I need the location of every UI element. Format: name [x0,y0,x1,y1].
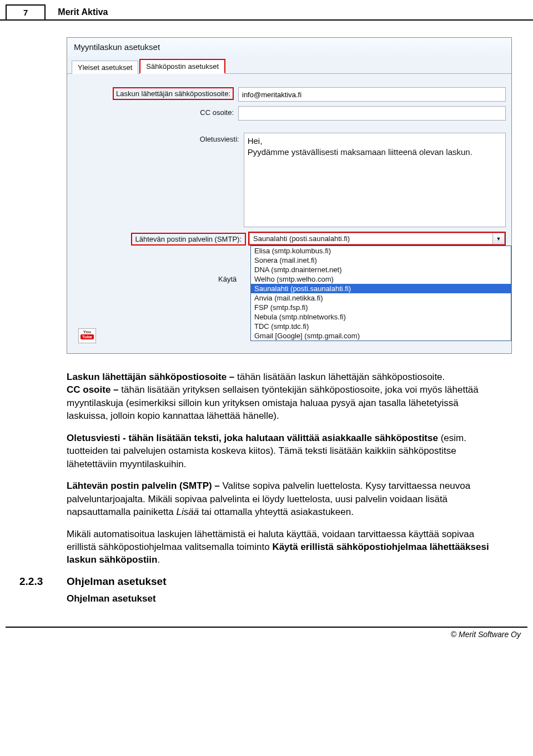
smtp-dropdown[interactable]: Elisa (smtp.kolumbus.fi) Sonera (mail.in… [250,246,511,341]
section-number: 2.2.3 [19,575,67,588]
tabstrip: Yleiset asetukset Sähköpostin asetukset [67,58,511,74]
body-text: Laskun lähettäjän sähköpostiosoite – täh… [67,371,502,567]
cc-label: CC osoite: [73,106,238,117]
use-label: Käytä [218,275,237,283]
window-title: Myyntilaskun asetukset [67,38,511,58]
youtube-icon[interactable]: You Tube [78,328,96,343]
section-title: Ohjelman asetukset [67,575,167,588]
youtube-icon-bottom: Tube [81,334,94,339]
tab-email[interactable]: Sähköpostin asetukset [139,59,225,74]
sender-label: Laskun lähettäjän sähköpostiosoite: [113,87,234,100]
default-msg-textarea[interactable]: Hei, Pyydämme ystävällisesti maksamaan l… [244,133,506,227]
page-header: 7 Merit Aktiva [0,4,533,21]
smtp-option[interactable]: DNA (smtp.dnainternet.net) [251,265,511,274]
smtp-option[interactable]: Sonera (mail.inet.fi) [251,256,511,265]
page-number: 7 [6,4,46,19]
smtp-option[interactable]: Gmail [Google] (smtp.gmail.com) [251,331,511,341]
para-sender: Laskun lähettäjän sähköpostiosoite – täh… [67,371,502,423]
default-msg-label: Oletusviesti: [73,133,244,143]
smtp-option[interactable]: Elisa (smtp.kolumbus.fi) [251,246,511,256]
youtube-icon-top: You [83,329,92,334]
form-area: Laskun lähettäjän sähköpostiosoite: CC o… [67,74,511,353]
para-smtp: Lähtevän postin palvelin (SMTP) – Valits… [67,479,502,518]
section-heading: 2.2.3 Ohjelman asetukset [19,575,533,588]
sender-input[interactable] [238,87,506,102]
smtp-option[interactable]: Anvia (mail.netikka.fi) [251,293,511,303]
page-footer: © Merit Software Oy [6,627,527,649]
smtp-option-selected[interactable]: Saunalahti (posti.saunalahti.fi) [251,284,511,293]
tab-general[interactable]: Yleiset asetukset [72,61,138,74]
cc-input[interactable] [238,106,506,121]
smtp-select[interactable]: Saunalahti (posti.saunalahti.fi) ▼ [248,232,506,246]
page-header-title: Merit Aktiva [46,5,108,19]
settings-screenshot: Myyntilaskun asetukset Yleiset asetukset… [67,37,512,354]
smtp-option[interactable]: FSP (smtp.fsp.fi) [251,303,511,312]
smtp-option[interactable]: TDC (smtp.tdc.fi) [251,322,511,331]
sender-label-wrap: Laskun lähettäjän sähköpostiosoite: [73,87,238,98]
smtp-selected-value: Saunalahti (posti.saunalahti.fi) [249,233,493,244]
para-oletusviesti: Oletusviesti - tähän lisätään teksti, jo… [67,432,502,470]
smtp-option[interactable]: Nebula (smtp.nblnetworks.fi) [251,312,511,322]
para-alternate: Mikäli automatisoitua laskujen lähettämi… [67,528,502,567]
chevron-down-icon[interactable]: ▼ [493,233,505,244]
smtp-option[interactable]: Welho (smtp.welho.com) [251,274,511,284]
smtp-label: Lähtevän postin palvelin (SMTP): [131,233,246,246]
subheading: Ohjelman asetukset [67,593,533,604]
